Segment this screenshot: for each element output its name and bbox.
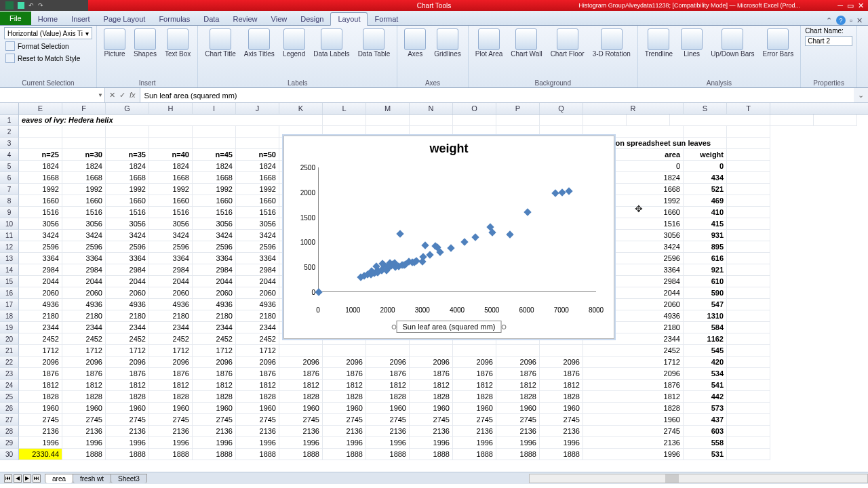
cell[interactable]: 1516 (19, 207, 62, 218)
cell[interactable]: 2180 (62, 310, 106, 322)
sheet-tab-fresh-wt[interactable]: fresh wt (73, 474, 111, 483)
cell[interactable]: 2745 (19, 414, 62, 426)
cell[interactable] (106, 138, 149, 149)
cell[interactable]: weight (684, 149, 727, 161)
cell[interactable] (366, 115, 410, 126)
last-sheet-icon[interactable]: ⏭ (33, 474, 41, 483)
row-header[interactable]: 9 (0, 207, 19, 218)
cell[interactable]: 3056 (62, 218, 106, 230)
cell[interactable] (149, 138, 193, 149)
cell[interactable]: 1960 (410, 403, 453, 414)
cell[interactable]: 1660 (193, 195, 236, 207)
cell[interactable]: 1876 (540, 368, 583, 380)
cell[interactable]: 2984 (193, 264, 236, 276)
cell[interactable]: 2180 (149, 310, 193, 322)
cell[interactable]: 1996 (19, 437, 62, 449)
tab-formulas[interactable]: Formulas (152, 13, 197, 25)
cell[interactable] (366, 345, 410, 357)
cell[interactable]: 1712 (149, 345, 193, 357)
cell[interactable]: 1162 (684, 333, 727, 345)
cell[interactable]: 2330.44 (19, 449, 62, 460)
row-header[interactable]: 13 (0, 253, 19, 264)
data-point[interactable] (437, 248, 444, 256)
col-header[interactable]: O (453, 103, 496, 114)
cell[interactable] (453, 115, 496, 126)
cell[interactable]: 2180 (236, 310, 279, 322)
cell[interactable]: 4936 (62, 299, 106, 310)
cell[interactable]: 415 (684, 218, 727, 230)
cell[interactable] (727, 253, 770, 264)
cell[interactable]: 2452 (149, 333, 193, 345)
cell[interactable]: 931 (684, 230, 727, 241)
cell[interactable]: 1812 (366, 380, 410, 391)
cell[interactable]: 1516 (62, 207, 106, 218)
cell[interactable]: 1960 (193, 403, 236, 414)
cell[interactable]: 1996 (410, 437, 453, 449)
minimize-icon[interactable]: ─ (837, 1, 843, 10)
cell[interactable] (727, 380, 770, 391)
chart-title[interactable]: weight (284, 136, 614, 159)
cell[interactable]: 1668 (62, 172, 106, 184)
cell[interactable]: 3056 (149, 218, 193, 230)
reset-style-button[interactable]: Reset to Match Style (4, 53, 92, 64)
cell[interactable]: 2452 (236, 333, 279, 345)
data-labels-button[interactable]: Data Labels (311, 27, 352, 60)
cell[interactable]: 2096 (496, 357, 540, 368)
cell[interactable]: 590 (684, 287, 727, 299)
cell[interactable]: 1876 (410, 368, 453, 380)
cell[interactable]: 1712 (106, 345, 149, 357)
cell[interactable]: 1660 (19, 195, 62, 207)
col-header[interactable]: P (496, 103, 540, 114)
data-point[interactable] (396, 230, 403, 238)
cell[interactable]: 1668 (19, 172, 62, 184)
cell[interactable]: 1876 (496, 368, 540, 380)
cell[interactable]: 1812 (583, 391, 684, 403)
cell[interactable] (727, 368, 770, 380)
cell[interactable] (62, 138, 106, 149)
row-header[interactable]: 19 (0, 322, 19, 333)
cell[interactable]: 2745 (496, 414, 540, 426)
cell[interactable]: 2136 (583, 437, 684, 449)
cell[interactable]: 2180 (193, 310, 236, 322)
cell[interactable]: 2060 (19, 287, 62, 299)
cell[interactable]: 1960 (540, 403, 583, 414)
cell[interactable]: 2060 (62, 287, 106, 299)
data-point[interactable] (558, 188, 566, 196)
cell[interactable]: 2745 (193, 414, 236, 426)
save-icon[interactable] (18, 2, 24, 9)
cell[interactable]: 2452 (193, 333, 236, 345)
row-header[interactable]: 24 (0, 380, 19, 391)
lines-button[interactable]: Lines (678, 27, 705, 60)
undo-icon[interactable]: ↶ (28, 2, 34, 9)
cell[interactable] (727, 207, 770, 218)
data-point[interactable] (315, 288, 322, 296)
cell[interactable] (684, 126, 727, 138)
cell[interactable]: 420 (684, 357, 727, 368)
cell[interactable]: 1668 (149, 172, 193, 184)
row-header[interactable]: 16 (0, 287, 19, 299)
cell[interactable] (323, 345, 366, 357)
cell[interactable] (727, 299, 770, 310)
col-header[interactable]: F (62, 103, 106, 114)
cell[interactable]: 469 (684, 195, 727, 207)
cell[interactable] (770, 115, 814, 126)
cell[interactable]: 1828 (453, 391, 496, 403)
cell[interactable] (727, 310, 770, 322)
row-header[interactable]: 21 (0, 345, 19, 357)
cell[interactable]: 521 (684, 184, 727, 195)
gridlines-button[interactable]: Gridlines (431, 27, 463, 60)
cell[interactable] (727, 184, 770, 195)
cell[interactable]: 1516 (193, 207, 236, 218)
cell[interactable]: 1960 (279, 403, 323, 414)
cell[interactable]: 1828 (410, 391, 453, 403)
cell[interactable]: 1888 (149, 449, 193, 460)
cell[interactable] (540, 345, 583, 357)
cell[interactable]: 2984 (106, 264, 149, 276)
row-header[interactable]: 4 (0, 149, 19, 161)
cell[interactable]: 1960 (149, 403, 193, 414)
cell[interactable]: 1960 (106, 403, 149, 414)
chart-object[interactable]: weight Sun leaf area (squared mm) 050010… (283, 136, 614, 339)
cell[interactable]: 1828 (279, 391, 323, 403)
window-restore-icon[interactable]: ▫ (850, 16, 852, 24)
cell[interactable]: 434 (684, 172, 727, 184)
